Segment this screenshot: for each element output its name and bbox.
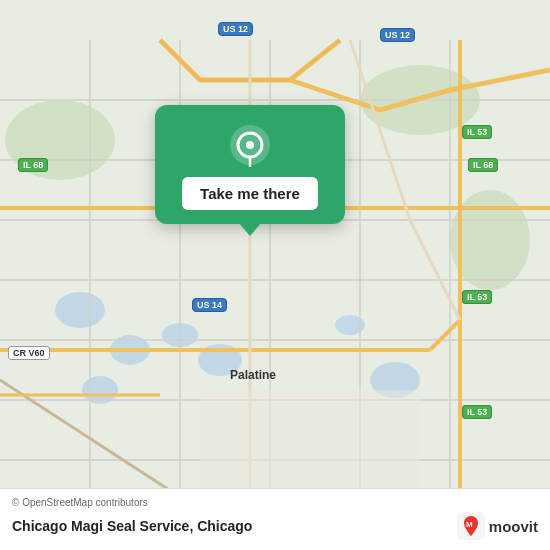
moovit-brand-name: moovit — [489, 518, 538, 535]
popup-card: Take me there — [155, 105, 345, 224]
road-label-il53-mid: IL 53 — [462, 290, 492, 304]
road-label-us14: US 14 — [192, 298, 227, 312]
svg-rect-30 — [200, 390, 420, 490]
road-label-il53-top: IL 53 — [462, 125, 492, 139]
location-pin-icon — [228, 123, 272, 167]
map-container: US 12 US 12 IL 68 IL 68 IL 53 IL 53 IL 5… — [0, 0, 550, 550]
road-label-il53-bot: IL 53 — [462, 405, 492, 419]
road-label-us12-top: US 12 — [218, 22, 253, 36]
road-network — [0, 0, 550, 550]
road-label-crv60: CR V60 — [8, 346, 50, 360]
road-label-us12-mid: US 12 — [380, 28, 415, 42]
moovit-logo: M moovit — [457, 512, 538, 540]
take-me-there-button[interactable]: Take me there — [182, 177, 318, 210]
svg-point-4 — [55, 292, 105, 328]
city-label: Palatine — [230, 368, 276, 382]
bottom-info-row: Chicago Magi Seal Service, Chicago M moo… — [12, 512, 538, 540]
road-label-il68-left: IL 68 — [18, 158, 48, 172]
road-label-il68-right: IL 68 — [468, 158, 498, 172]
bottom-bar: © OpenStreetMap contributors Chicago Mag… — [0, 488, 550, 550]
svg-point-33 — [246, 141, 254, 149]
location-name: Chicago Magi Seal Service, Chicago — [12, 518, 252, 534]
svg-text:M: M — [466, 520, 473, 529]
moovit-logo-icon: M — [457, 512, 485, 540]
map-attribution: © OpenStreetMap contributors — [12, 497, 538, 508]
